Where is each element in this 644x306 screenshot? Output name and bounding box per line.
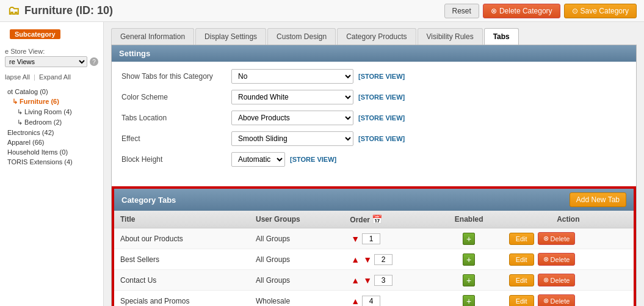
delete-label: Delete xyxy=(551,297,570,305)
table-row: About our ProductsAll Groups▼+Edit⊗Delet… xyxy=(114,228,634,249)
color-scheme-select[interactable]: Rounded White Flat Dark Classic Blue xyxy=(231,90,353,104)
store-view-select[interactable]: re Views xyxy=(5,56,87,67)
action-cell: Edit⊗Delete xyxy=(509,232,628,245)
col-action: Action xyxy=(503,211,634,228)
top-bar-actions: Reset ⊗ Delete Category ⊙ Save Category xyxy=(444,4,637,18)
tree-item-living-room[interactable]: ↳ Living Room (4) xyxy=(0,107,103,117)
reset-button[interactable]: Reset xyxy=(444,4,479,18)
tree-item-apparel[interactable]: Apparel (66) xyxy=(0,137,103,147)
effect-store-view[interactable]: [STORE VIEW] xyxy=(358,135,405,142)
help-icon: ? xyxy=(90,57,98,66)
arrow-up-button[interactable]: ▲ xyxy=(350,275,361,285)
category-tabs-body: Title User Groups Order 📅 Enabled Action xyxy=(113,211,635,306)
tab-visibility-rules[interactable]: Visibility Rules xyxy=(418,28,483,45)
arrow-up-button[interactable]: ▲ xyxy=(350,296,361,306)
enabled-plus-button[interactable]: + xyxy=(463,295,475,307)
col-user-groups: User Groups xyxy=(250,211,344,228)
order-input[interactable] xyxy=(374,254,393,265)
sidebar: Subcategory e Store View: re Views ? lap… xyxy=(0,22,104,306)
tree-item-root-catalog[interactable]: ot Catalog (0) xyxy=(0,87,103,97)
table-row: Contact UsAll Groups▲▼+Edit⊗Delete xyxy=(114,270,634,291)
delete-button[interactable]: ⊗Delete xyxy=(538,232,576,245)
table-header-row: Title User Groups Order 📅 Enabled Action xyxy=(114,211,634,228)
collapse-all-link[interactable]: lapse All xyxy=(5,73,30,81)
show-tabs-store-view[interactable]: [STORE VIEW] xyxy=(358,73,405,80)
tabs-location-label: Tabs Location xyxy=(121,114,231,122)
enabled-plus-button[interactable]: + xyxy=(463,274,475,286)
tree-item-toris[interactable]: TORIS Extensions (4) xyxy=(0,157,103,167)
tabs-location-store-view[interactable]: [STORE VIEW] xyxy=(358,114,405,122)
page-title-text: Furniture (ID: 10) xyxy=(24,4,113,17)
row-title: Best Sellers xyxy=(114,249,250,270)
row-order: ▲▼ xyxy=(344,249,435,270)
tree-item-household[interactable]: Household Items (0) xyxy=(0,147,103,157)
effect-label: Effect xyxy=(121,134,231,143)
tabs-nav: General Information Display Settings Cus… xyxy=(111,28,637,45)
add-new-tab-button[interactable]: Add New Tab xyxy=(570,192,626,207)
layout: Subcategory e Store View: re Views ? lap… xyxy=(0,22,644,306)
tab-tabs[interactable]: Tabs xyxy=(484,28,519,45)
store-view-row: re Views ? xyxy=(5,56,98,67)
save-category-button[interactable]: ⊙ Save Category xyxy=(564,4,637,18)
delete-button[interactable]: ⊗Delete xyxy=(538,294,576,306)
enabled-plus-button[interactable]: + xyxy=(463,253,475,266)
row-enabled: + xyxy=(435,270,503,291)
color-scheme-controls: Rounded White Flat Dark Classic Blue [ST… xyxy=(231,90,405,104)
row-enabled: + xyxy=(435,291,503,307)
order-input[interactable] xyxy=(362,233,380,244)
row-order: ▼ xyxy=(344,228,435,249)
calendar-icon[interactable]: 📅 xyxy=(372,214,382,224)
row-title: Specials and Promos xyxy=(114,291,250,307)
delete-label: Delete xyxy=(551,235,570,242)
effect-select[interactable]: Smooth Sliding Fade None xyxy=(231,131,353,146)
tree-item-furniture[interactable]: ↳ Furniture (6) xyxy=(0,97,103,107)
form-row-show-tabs: Show Tabs for this Category No Yes [STOR… xyxy=(121,69,626,84)
table-row: Specials and PromosWholesale▲+Edit⊗Delet… xyxy=(114,291,634,307)
block-height-controls: Automatic Fixed [STORE VIEW] xyxy=(231,152,336,167)
order-cell: ▲▼ xyxy=(350,275,429,286)
edit-button[interactable]: Edit xyxy=(509,253,534,266)
tree-item-bedroom[interactable]: ↳ Bedroom (2) xyxy=(0,117,103,128)
divider: | xyxy=(34,73,37,81)
show-tabs-controls: No Yes [STORE VIEW] xyxy=(231,69,405,84)
enabled-plus-button[interactable]: + xyxy=(463,233,475,245)
arrow-down-button[interactable]: ▼ xyxy=(362,255,373,264)
delete-button[interactable]: ⊗Delete xyxy=(538,274,576,286)
delete-category-label: Delete Category xyxy=(499,7,552,15)
row-user-groups: All Groups xyxy=(250,228,344,249)
tab-display-settings[interactable]: Display Settings xyxy=(195,28,266,45)
show-tabs-label: Show Tabs for this Category xyxy=(121,72,231,81)
delete-icon: ⊗ xyxy=(543,276,549,284)
delete-icon: ⊗ xyxy=(491,7,497,15)
form-row-block-height: Block Height Automatic Fixed [STORE VIEW… xyxy=(121,152,626,167)
tabs-location-select[interactable]: Above Products Below Products Left Right xyxy=(231,111,353,125)
page-title: 🗂 Furniture (ID: 10) xyxy=(7,4,113,18)
order-input[interactable] xyxy=(362,296,380,307)
store-view-label: e Store View: xyxy=(5,48,98,55)
row-action: Edit⊗Delete xyxy=(503,249,634,270)
effect-controls: Smooth Sliding Fade None [STORE VIEW] xyxy=(231,131,405,146)
block-height-select[interactable]: Automatic Fixed xyxy=(231,152,285,167)
edit-button[interactable]: Edit xyxy=(509,274,534,286)
row-user-groups: All Groups xyxy=(250,270,344,291)
order-input[interactable] xyxy=(374,275,393,286)
edit-button[interactable]: Edit xyxy=(509,233,534,245)
delete-button[interactable]: ⊗Delete xyxy=(538,253,576,266)
arrow-up-button[interactable]: ▲ xyxy=(350,255,361,264)
expand-all-link[interactable]: Expand All xyxy=(39,73,71,81)
block-height-store-view[interactable]: [STORE VIEW] xyxy=(290,156,336,163)
tree-item-electronics[interactable]: Electronics (42) xyxy=(0,128,103,137)
show-tabs-select[interactable]: No Yes xyxy=(231,69,353,84)
delete-category-button[interactable]: ⊗ Delete Category xyxy=(483,4,560,18)
arrow-down-button[interactable]: ▼ xyxy=(362,275,373,285)
settings-section-header: Settings xyxy=(112,45,636,62)
delete-label: Delete xyxy=(551,256,570,263)
edit-button[interactable]: Edit xyxy=(509,295,534,307)
arrow-down-button[interactable]: ▼ xyxy=(350,234,361,244)
save-icon: ⊙ xyxy=(572,7,578,15)
tab-general-information[interactable]: General Information xyxy=(111,28,194,45)
tab-category-products[interactable]: Category Products xyxy=(337,28,416,45)
tab-custom-design[interactable]: Custom Design xyxy=(267,28,336,45)
color-scheme-store-view[interactable]: [STORE VIEW] xyxy=(358,93,405,101)
action-cell: Edit⊗Delete xyxy=(509,274,628,286)
